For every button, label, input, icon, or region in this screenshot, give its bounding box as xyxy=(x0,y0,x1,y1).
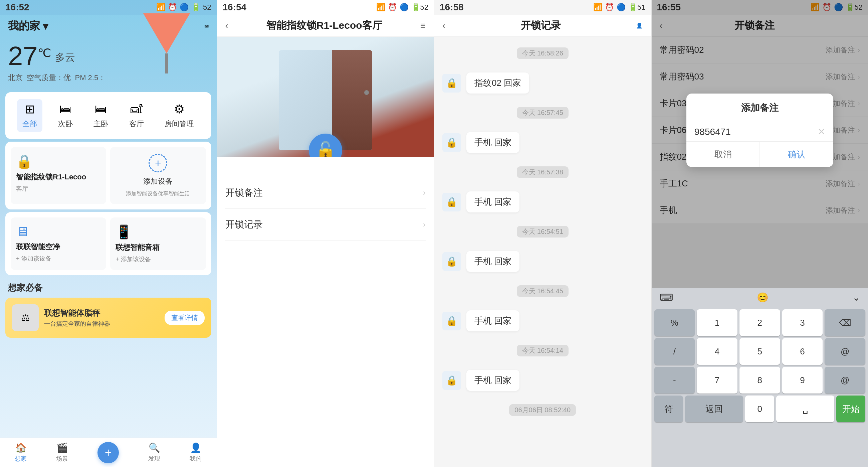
keyboard-emoji-icon[interactable]: 😊 xyxy=(757,292,769,303)
dialog-clear-button[interactable]: ✕ xyxy=(817,126,825,137)
panel3-person-icon[interactable]: 👤 xyxy=(636,22,643,29)
rooms-row: ⊞ 全部 🛏 次卧 🛏 主卧 🛋 客厅 ⚙ 房间管理 xyxy=(12,99,205,132)
menu-item-notes[interactable]: 开锁备注 › xyxy=(225,177,426,209)
signal-icon: 📶 xyxy=(156,3,165,12)
home-title[interactable]: 我的家 ▾ xyxy=(8,19,48,33)
room-all-label: 全部 xyxy=(22,119,37,129)
key-4[interactable]: 4 xyxy=(697,338,738,365)
keyboard-dismiss-icon[interactable]: ⌄ xyxy=(852,292,860,303)
panel2-back-button[interactable]: ‹ xyxy=(225,20,228,31)
keyboard-grid-icon[interactable]: ⌨ xyxy=(660,292,673,303)
key-start[interactable]: 开始 xyxy=(836,396,865,422)
room-living[interactable]: 🛋 客厅 xyxy=(124,99,149,132)
dialog-title: 添加备注 xyxy=(686,93,833,122)
panel3-header: ‹ 开锁记录 👤 xyxy=(434,15,651,37)
nav-scene[interactable]: 🎬 场景 xyxy=(56,442,68,463)
key-3[interactable]: 3 xyxy=(782,309,823,336)
lamp-pole xyxy=(165,54,168,74)
key-5[interactable]: 5 xyxy=(740,338,780,365)
record-date-5: 今天 16:54:45 xyxy=(517,285,568,297)
menu-item-records[interactable]: 开锁记录 › xyxy=(225,209,426,240)
panel3-back-button[interactable]: ‹ xyxy=(442,20,445,31)
promo-card[interactable]: ⚖ 联想智能体脂秤 一台搞定全家的自律神器 查看详情 xyxy=(5,298,211,338)
lock-thumb-5: 🔒 xyxy=(442,312,461,330)
profile-nav-label: 我的 xyxy=(190,455,202,463)
key-2[interactable]: 2 xyxy=(740,309,780,336)
battery-icon: 🔋 xyxy=(191,3,200,12)
room-bedroom2-label: 次卧 xyxy=(58,119,73,129)
record-item-5: 🔒 手机 回家 xyxy=(434,305,651,337)
mail-icon[interactable]: ✉ xyxy=(204,23,209,29)
dialog-confirm-button[interactable]: 确认 xyxy=(760,142,833,167)
key-delete[interactable]: ⌫ xyxy=(825,309,865,336)
door-illustration xyxy=(332,50,372,150)
record-date-row-4: 今天 16:54:51 xyxy=(434,222,651,241)
airpurifier-add: + 添加该设备 xyxy=(16,255,101,263)
room-manage[interactable]: ⚙ 房间管理 xyxy=(159,99,199,132)
room-bedroom1[interactable]: 🛏 主卧 xyxy=(88,99,114,132)
record-date-2: 今天 16:57:45 xyxy=(517,107,568,119)
key-8[interactable]: 8 xyxy=(740,367,780,393)
nav-profile[interactable]: 👤 我的 xyxy=(190,442,202,463)
keyboard-rows: % 1 2 3 ⌫ / 4 5 6 @ - 7 8 9 @ 符 xyxy=(654,309,866,422)
key-percent[interactable]: % xyxy=(654,309,695,336)
key-back[interactable]: 返回 xyxy=(685,396,743,422)
key-space[interactable]: ␣ xyxy=(776,396,834,422)
profile-nav-icon: 👤 xyxy=(190,442,202,453)
key-slash[interactable]: / xyxy=(654,338,695,365)
bluetooth-icon: 🔵 xyxy=(180,3,189,12)
fingerlock-sub: 客厅 xyxy=(16,185,101,193)
key-6[interactable]: 6 xyxy=(782,338,823,365)
room-all[interactable]: ⊞ 全部 xyxy=(17,99,42,132)
panel2-menu-items: 开锁备注 › 开锁记录 › xyxy=(217,177,434,240)
rooms-card: ⊞ 全部 🛏 次卧 🛏 主卧 🛋 客厅 ⚙ 房间管理 xyxy=(5,92,211,139)
room-living-icon: 🛋 xyxy=(130,102,143,116)
dialog-cancel-button[interactable]: 取消 xyxy=(686,142,760,167)
key-at[interactable]: @ xyxy=(825,338,865,365)
add-device-card[interactable]: + 添加设备 添加智能设备优享智能生活 xyxy=(110,147,206,204)
room-bedroom1-label: 主卧 xyxy=(93,119,108,129)
add-note-dialog: 添加备注 ✕ 取消 确认 xyxy=(686,93,833,167)
panel1-status-icons: 📶 ⏰ 🔵 🔋 52 xyxy=(156,3,211,12)
panel2-title: 智能指纹锁R1-Lecoo客厅 xyxy=(267,19,382,32)
promo-text: 联想智能体脂秤 一台搞定全家的自律神器 xyxy=(44,308,159,328)
panel2-menu-button[interactable]: ≡ xyxy=(420,20,426,31)
record-date-4: 今天 16:54:51 xyxy=(517,226,568,237)
key-symbols[interactable]: 符 xyxy=(654,396,683,422)
add-fab-button[interactable]: + xyxy=(97,442,119,463)
dialog-input-field[interactable] xyxy=(694,126,815,137)
record-list: 今天 16:58:26 🔒 指纹02 回家 今天 16:57:45 🔒 手机 回… xyxy=(434,37,651,427)
device-fingerlock[interactable]: 🔒 智能指纹锁R1-Lecoo 客厅 xyxy=(11,147,106,204)
scene-nav-icon: 🎬 xyxy=(56,442,68,453)
key-9[interactable]: 9 xyxy=(782,367,823,393)
record-date-row-3: 今天 16:57:38 xyxy=(434,162,651,182)
record-bubble-5: 手机 回家 xyxy=(466,310,520,331)
home-nav-icon: 🏠 xyxy=(15,442,27,453)
room-manage-label: 房间管理 xyxy=(164,119,194,129)
panel1-status-bar: 16:52 📶 ⏰ 🔵 🔋 52 xyxy=(0,0,217,15)
panel2-battery-icon: 🔋52 xyxy=(411,3,428,12)
dialog-actions: 取消 确认 xyxy=(686,142,833,167)
key-minus[interactable]: - xyxy=(654,367,695,393)
room-bedroom2[interactable]: 🛏 次卧 xyxy=(53,99,78,132)
airpurifier-name: 联联智能空净 xyxy=(16,242,101,252)
promo-button[interactable]: 查看详情 xyxy=(164,311,205,325)
record-date-6: 今天 16:54:14 xyxy=(517,345,568,356)
keyboard-toolbar: ⌨ 😊 ⌄ xyxy=(652,288,868,307)
panel3-alarm-icon: ⏰ xyxy=(605,3,614,12)
nav-discover[interactable]: 🔍 发现 xyxy=(148,442,160,463)
lamp-decoration xyxy=(136,13,197,80)
record-item-6: 🔒 手机 回家 xyxy=(434,364,651,396)
room-bedroom2-icon: 🛏 xyxy=(59,102,71,116)
device-speaker[interactable]: 📱 联想智能音箱 + 添加该设备 xyxy=(110,217,206,270)
device-image: 🔓 xyxy=(217,37,434,157)
key-0[interactable]: 0 xyxy=(745,396,774,422)
panel3-status-bar: 16:58 📶 ⏰ 🔵 🔋51 xyxy=(434,0,651,15)
key-at2[interactable]: @ xyxy=(825,367,865,393)
record-date-row-1: 今天 16:58:26 xyxy=(434,43,651,63)
key-1[interactable]: 1 xyxy=(697,309,738,336)
nav-home[interactable]: 🏠 想家 xyxy=(15,442,27,463)
device-airpurifier[interactable]: 🖥 联联智能空净 + 添加该设备 xyxy=(11,217,106,270)
lock-thumb-1: 🔒 xyxy=(442,74,461,92)
key-7[interactable]: 7 xyxy=(697,367,738,393)
